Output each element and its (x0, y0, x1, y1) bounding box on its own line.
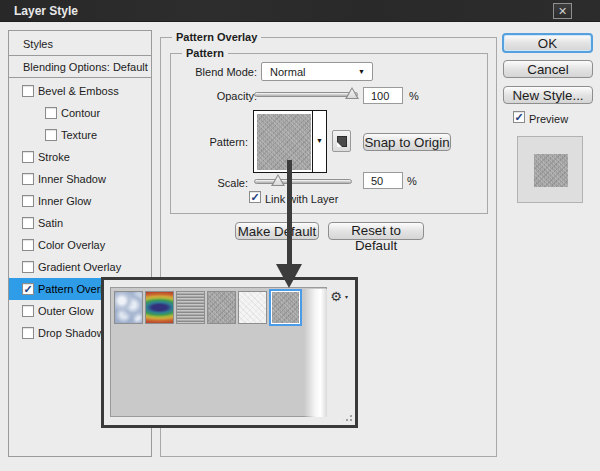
sidebar-item-gradient-overlay[interactable]: Gradient Overlay (9, 256, 151, 278)
preview-label: Preview (529, 113, 568, 125)
bevel-emboss-checkbox[interactable] (22, 85, 34, 97)
drop-shadow-checkbox[interactable] (22, 327, 34, 339)
satin-checkbox[interactable] (22, 217, 34, 229)
new-preset-button[interactable] (332, 130, 351, 152)
sidebar-header: Styles (9, 31, 151, 56)
preview-pattern-image (534, 154, 568, 187)
make-default-label: Make Default (238, 224, 317, 239)
preview-thumbnail-box (517, 136, 583, 203)
sidebar-item-label: Texture (61, 129, 97, 141)
picker-scroll-area (304, 289, 327, 417)
sidebar-item-label: Stroke (38, 151, 70, 163)
sidebar-item-label: Inner Glow (38, 195, 91, 207)
chevron-down-icon[interactable]: ▼ (316, 137, 323, 144)
sidebar-item-inner-glow[interactable]: Inner Glow (9, 190, 151, 212)
scale-input[interactable]: 50 (363, 172, 403, 189)
opacity-label: Opacity: (160, 90, 257, 102)
new-preset-icon (337, 136, 347, 147)
current-pattern-thumbnail[interactable] (257, 114, 311, 170)
cancel-label: Cancel (527, 62, 569, 77)
ok-button[interactable]: OK (502, 33, 593, 53)
sidebar-item-label: Contour (61, 107, 100, 119)
contour-checkbox[interactable] (45, 107, 57, 119)
light-noise-pattern-thumbnail[interactable] (238, 291, 267, 324)
pattern-label: Pattern: (160, 136, 248, 148)
new-style-label: New Style... (512, 88, 583, 103)
sidebar-item-label: Drop Shadow (38, 327, 105, 339)
opacity-value: 100 (371, 90, 389, 102)
opacity-unit: % (409, 90, 419, 102)
title-bar[interactable]: Layer Style ✕ (0, 0, 600, 22)
scale-label: Scale: (160, 177, 248, 189)
scale-slider-thumb[interactable] (271, 174, 285, 186)
stroke-checkbox[interactable] (22, 151, 34, 163)
link-with-layer-label: Link with Layer (265, 193, 338, 205)
pattern-overlay-group-title: Pattern Overlay (172, 31, 261, 43)
scale-value: 50 (371, 175, 383, 187)
color-overlay-checkbox[interactable] (22, 239, 34, 251)
weave-pattern-thumbnail[interactable] (176, 291, 205, 324)
blending-options-label: Blending Options: Default (23, 61, 148, 73)
opacity-input[interactable]: 100 (363, 87, 403, 104)
ok-label: OK (538, 36, 557, 51)
gear-menu-caret-icon[interactable]: ▾ (345, 293, 348, 300)
new-style-button[interactable]: New Style... (503, 86, 593, 104)
sidebar-item-label: Outer Glow (38, 305, 94, 317)
opacity-slider-thumb[interactable] (345, 87, 359, 99)
preview-checkbox[interactable]: ✓ (513, 111, 525, 123)
blend-mode-dropdown[interactable]: Normal ▼ (261, 62, 373, 81)
snap-to-origin-label: Snap to Origin (364, 135, 449, 150)
chevron-down-icon: ▼ (358, 68, 365, 75)
sidebar-item-label: Satin (38, 217, 63, 229)
cancel-button[interactable]: Cancel (503, 60, 593, 78)
sidebar-item-label: Color Overlay (38, 239, 105, 251)
make-default-button[interactable]: Make Default (235, 222, 319, 240)
inner-glow-checkbox[interactable] (22, 195, 34, 207)
blend-mode-label: Blend Mode: (160, 66, 257, 78)
sidebar-item-color-overlay[interactable]: Color Overlay (9, 234, 151, 256)
opacity-slider-track[interactable] (254, 92, 358, 97)
inner-shadow-checkbox[interactable] (22, 173, 34, 185)
sidebar-item-satin[interactable]: Satin (9, 212, 151, 234)
sidebar-item-bevel-emboss[interactable]: Bevel & Emboss (9, 80, 151, 102)
link-with-layer-checkbox[interactable]: ✓ (249, 191, 261, 203)
pattern-picker-popup: ⚙ ▾ (101, 277, 358, 428)
sidebar-item-label: Inner Shadow (38, 173, 106, 185)
snap-to-origin-button[interactable]: Snap to Origin (363, 133, 451, 151)
outer-glow-checkbox[interactable] (22, 305, 34, 317)
layer-style-dialog: { "window": { "title": "Layer Style" }, … (0, 0, 600, 471)
gray-noise-pattern-thumbnail[interactable] (207, 291, 236, 324)
gear-icon[interactable]: ⚙ (328, 289, 344, 305)
swatch-divider (312, 111, 313, 172)
reset-to-default-button[interactable]: Reset to Default (328, 222, 424, 240)
sidebar-item-stroke[interactable]: Stroke (9, 146, 151, 168)
pattern-picker-well (110, 287, 327, 417)
window-title: Layer Style (14, 4, 78, 18)
reset-to-default-label: Reset to Default (351, 223, 401, 253)
blend-mode-value: Normal (270, 66, 305, 78)
bubbles-pattern-thumbnail[interactable] (114, 291, 143, 324)
selected-noise-pattern-thumbnail[interactable] (271, 291, 300, 324)
sidebar-header-label: Styles (23, 38, 53, 50)
texture-checkbox[interactable] (45, 129, 57, 141)
annotation-arrow-head-icon (276, 264, 302, 288)
annotation-arrow-line (287, 160, 292, 270)
pattern-overlay-checkbox[interactable]: ✓ (22, 283, 34, 295)
sidebar-item-inner-shadow[interactable]: Inner Shadow (9, 168, 151, 190)
sidebar-item-label: Bevel & Emboss (38, 85, 119, 97)
sidebar-item-label: Gradient Overlay (38, 261, 121, 273)
pattern-group-title: Pattern (182, 47, 228, 59)
tie-dye-pattern-thumbnail[interactable] (145, 291, 174, 324)
sidebar-item-blending-options[interactable]: Blending Options: Default (9, 56, 151, 78)
resize-grip[interactable] (341, 414, 352, 423)
gradient-overlay-checkbox[interactable] (22, 261, 34, 273)
scale-unit: % (407, 175, 417, 187)
sidebar-item-texture[interactable]: Texture (9, 124, 151, 146)
sidebar-item-contour[interactable]: Contour (9, 102, 151, 124)
close-icon[interactable]: ✕ (553, 3, 572, 19)
scale-slider-track[interactable] (254, 179, 352, 184)
